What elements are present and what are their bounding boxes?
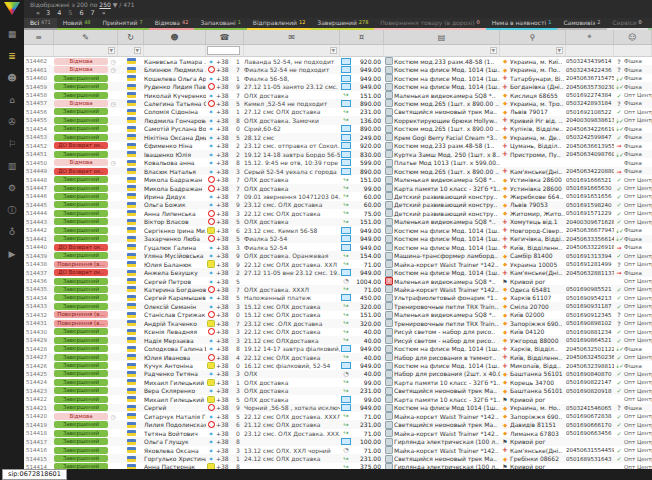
ttn-number[interactable]: 20450632398811 (566, 361, 614, 369)
status-badge[interactable]: Завершений (54, 396, 108, 403)
table-row[interactable]: 514460ЗавершенийКошелева Ольга Ар..✶+381… (24, 74, 652, 82)
client-name[interactable]: Михаил Гилецький (144, 395, 206, 403)
order-comment[interactable] (244, 437, 340, 445)
comment-column-header-icon[interactable]: ✉ (244, 30, 340, 44)
client-name[interactable]: Сергієнко Ірина Ми.. (144, 226, 206, 234)
status-badge[interactable]: Завершений (54, 125, 108, 132)
product-name[interactable]: Светящийся неоновый трек Ma.. (394, 420, 500, 428)
status-badge[interactable]: Завершений (54, 117, 108, 124)
order-comment[interactable]: Кемел ,52-54 не подходит (244, 99, 340, 107)
client-name[interactable]: Ковальова анна (144, 158, 206, 166)
product-name[interactable]: Костюм мод.265 (1шт. x 890.00 .. (394, 99, 500, 107)
order-comment[interactable]: 09.01 звернення 10471203 04.. (244, 192, 340, 200)
status-badge[interactable]: Завершений (54, 210, 108, 217)
product-name[interactable]: Гирлянда электрическая (100 л.. (394, 437, 500, 445)
table-row[interactable]: 514422ЗавершенийМихаил Гилецький+385ОЛХ … (24, 395, 652, 403)
ttn-number[interactable]: 20450634226619 (566, 125, 614, 133)
last-page-button[interactable]: » (102, 9, 105, 17)
status-badge[interactable]: Завершений (54, 379, 108, 386)
status-badge[interactable]: Завершений (54, 227, 108, 234)
phone-prefix[interactable]: +38 (216, 311, 232, 319)
table-row[interactable]: 514430ЗавершенийКсенія Левадняя+38322.12… (24, 328, 652, 336)
table-row[interactable]: 514439ЗавершенийУляна Мусійовська✶+389ОЛ… (24, 251, 652, 259)
ttn-number[interactable]: 0501690666170 (566, 420, 614, 428)
status-badge[interactable]: Завершений (54, 185, 108, 192)
phone-prefix[interactable]: +38 (216, 175, 232, 183)
page-button-7[interactable]: 7 (91, 9, 95, 17)
table-row[interactable]: 514458ЗавершенийНиколай Кучеренко✶+387ОЛ… (24, 91, 652, 99)
ttn-number[interactable]: 0501690864521 (566, 336, 614, 344)
client-name[interactable]: Каневська Тамара .. (144, 57, 206, 65)
phone-prefix[interactable]: +38 (216, 387, 232, 395)
table-row[interactable]: 514426ЗавершенийКучук Антоніна+38016.12 … (24, 361, 652, 369)
table-row[interactable]: 514424ЗавершенийМихаил Гилецький+381ОЛХ … (24, 378, 652, 386)
client-name[interactable]: Самотій Руслана Во.. (144, 125, 206, 133)
purchases-icon[interactable]: ✇ (0, 111, 24, 133)
tab-Самовивіз[interactable]: Самовивіз2 (557, 18, 606, 30)
product-name[interactable]: Костюм на флисе Мод. 1014 (1ш.. (394, 82, 500, 90)
client-name[interactable]: Сергей (144, 404, 206, 412)
product-name[interactable]: Майка-корсет Waist Trainer *142.. (394, 412, 500, 420)
product-name[interactable]: Маленькая видеокамера SQ8 *.. (394, 311, 500, 319)
table-row[interactable]: 514446ЗавершенийИрина Дидух✶+38709.01 зв… (24, 192, 652, 200)
status-badge[interactable]: Завершений (54, 134, 108, 141)
order-comment[interactable]: 21.12 смс ОЛХдоставка (244, 336, 340, 344)
status-badge[interactable]: Завершений (54, 75, 108, 82)
phone-prefix[interactable]: +38 (216, 201, 232, 209)
table-row[interactable]: 514417ЗавершенийОльга Глущук✶+388100.00Г… (24, 437, 652, 445)
product-name[interactable]: Майка-корсет Waist Trainer *142.. (394, 260, 500, 268)
ttn-number[interactable]: 20400309838613 (566, 116, 614, 124)
status-badge[interactable]: Повернення (в... (54, 311, 108, 318)
ttn-number[interactable]: 0501691313394 (566, 251, 614, 259)
ttn-number[interactable] (566, 158, 614, 166)
order-comment[interactable]: 27.12 смс ОЛХ доставка (244, 108, 340, 116)
page-button-5[interactable]: 5 (68, 9, 72, 17)
ttn-number[interactable]: 0503243439614 (566, 57, 614, 65)
tab-Сервіси[interactable]: Сервіси0 (607, 18, 648, 30)
product-name[interactable]: Костюм на флисе Мод. 1014 (1ш.. (394, 361, 500, 369)
ttn-number[interactable]: 0501690881234 (566, 328, 614, 336)
client-name[interactable]: Соломія Сідоніна (144, 108, 206, 116)
client-name[interactable]: Олексій Семанін (144, 302, 206, 310)
table-row[interactable]: 514462Відмова◷Каневська Тамара ..✶+381Ла… (24, 57, 652, 65)
tab-Відмова[interactable]: Відмова42 (149, 18, 195, 30)
page-button-4[interactable]: 4 (57, 9, 61, 17)
table-row[interactable]: 514421ЗавершенийСергей+389Чорний ,56-58 … (24, 404, 652, 412)
ttn-number[interactable]: 0501690898102 (566, 319, 614, 327)
recipient-column-header-icon[interactable]: ☺ (614, 30, 652, 44)
ttn-number[interactable]: 20450636677947 (566, 226, 614, 234)
product-name[interactable]: Тренировочные петли TRX Train.. (394, 302, 500, 310)
status-badge[interactable]: Завершений (54, 235, 108, 242)
product-name[interactable]: Светящийся неоновый трек Ma.. (394, 108, 500, 116)
table-row[interactable]: 514453ЗавершенийНікітіна Оксана Дми..✶+3… (24, 133, 652, 141)
status-badge[interactable]: Завершений (54, 455, 108, 462)
order-comment[interactable]: Фиалка 52-54 (244, 243, 340, 251)
ttn-number[interactable]: 20450633356614 (566, 235, 614, 243)
ttn-number[interactable]: 0501691666521 (566, 175, 614, 183)
product-name[interactable]: Костюм мод.233 разм.48-58 (1.. (394, 142, 500, 150)
ttn-number[interactable]: 20450634098760 (566, 150, 614, 158)
client-name[interactable]: Власюк Наталья (144, 167, 206, 175)
table-row[interactable]: 514416ЗавершенийЯковлева Оксана✶+38313.1… (24, 446, 652, 454)
phone-prefix[interactable]: +38 (216, 150, 232, 158)
phone-prefix[interactable]: +38 (216, 294, 232, 302)
table-row[interactable]: 514450Відмова◷Ковальова анна✶+38815.12. … (24, 158, 652, 166)
product-name[interactable]: Набор для рисования в темнот.. (394, 353, 500, 361)
table-row[interactable]: 514455ЗавершенийЛюдмила Гончарова✶+388ОЛ… (24, 116, 652, 124)
client-name[interactable]: Захарченко Люба (144, 235, 206, 243)
table-row[interactable]: 514428ЗавершенийСолодкова Галина В..✶+38… (24, 344, 652, 352)
phone-prefix[interactable]: +38 (216, 353, 232, 361)
order-comment[interactable] (244, 277, 340, 285)
status-badge[interactable]: Завершений (54, 201, 108, 208)
table-row[interactable]: 514454ЗавершенийСамотій Руслана Во..✶+38… (24, 125, 652, 133)
product-name[interactable]: Карта памяти 10 класс - 32Гб *1.. (394, 184, 500, 192)
order-comment[interactable]: 22.12 смс ОЛХ доставка. ХХХЛ (244, 412, 340, 420)
phone-prefix[interactable]: +38 (216, 319, 232, 327)
phone-prefix[interactable]: +38 (216, 235, 232, 243)
client-name[interactable]: Нікітіна Оксана Дми.. (144, 133, 206, 141)
status-badge[interactable]: Повернення (в... (54, 261, 108, 268)
order-comment[interactable]: 28.12 смс (244, 133, 340, 141)
order-comment[interactable]: 23.12 смс .ОЛХ доставка (244, 319, 340, 327)
status-badge[interactable]: Завершений (54, 438, 108, 445)
product-name[interactable]: Костюм на флисе Мод. 1014 (1ш.. (394, 226, 500, 234)
